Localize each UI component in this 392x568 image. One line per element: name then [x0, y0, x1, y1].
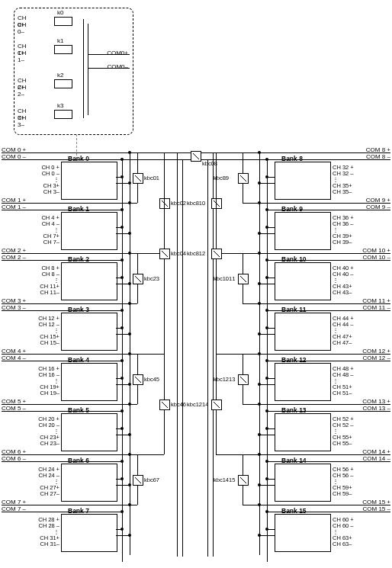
bank-title-r0: Bank 8 — [281, 155, 303, 162]
bank-title-1: Bank 1 — [68, 205, 89, 213]
relay-wire — [130, 152, 164, 153]
bank-7: Bank 7 — [61, 514, 117, 552]
dot — [120, 309, 124, 312]
relay-l-lbl0: kbc01 — [144, 175, 159, 181]
relay-l0 — [133, 173, 143, 184]
relay-kbc08 — [191, 151, 201, 162]
dot — [120, 326, 124, 329]
rail — [130, 152, 130, 203]
wire — [259, 435, 275, 435]
bank-title-r4: Bank 12 — [281, 356, 307, 364]
dot — [120, 208, 124, 211]
com-pos-l5: COM 5 + — [2, 398, 26, 405]
com-neg-l4: COM 4 – — [2, 355, 26, 361]
relay-r5 — [211, 400, 222, 410]
relay-wire — [243, 454, 259, 455]
det-k0-label: k0 — [57, 9, 63, 16]
det-com0-pos: COM0+ — [107, 50, 128, 56]
bank-title-4: Bank 4 — [68, 356, 89, 364]
relay-wire — [130, 203, 137, 204]
relay-wire — [130, 303, 137, 304]
dot — [258, 232, 261, 235]
com-neg-r0: COM 8 – — [366, 153, 390, 160]
com-neg-r3: COM 11 – — [363, 304, 390, 311]
ch-l4: CH 16 + CH 16 – ⋮ CH 19+ CH 19– — [35, 366, 59, 396]
relay-wire — [130, 354, 164, 355]
ch-l6: CH 24 + CH 24 – ⋮ CH 27+ CH 27– — [35, 467, 59, 497]
relay-kbc08-label: kbc08 — [202, 160, 217, 167]
det-k0-switch — [54, 17, 72, 26]
relay-l6 — [133, 475, 143, 486]
dot — [265, 276, 268, 279]
relay-r3 — [211, 249, 222, 259]
ch-r5: CH 52 + CH 52 – ⋮ CH 55+ CH 55– — [333, 416, 363, 447]
ch-l7: CH 28 + CH 28 – ⋮ CH 31+ CH 31– — [35, 517, 59, 547]
rail — [130, 203, 130, 253]
dot — [120, 226, 124, 229]
relay-wire — [243, 203, 259, 204]
relay-l4 — [133, 374, 143, 385]
relay-r-lbl5: kbc1214 — [187, 401, 208, 408]
dot — [265, 326, 268, 329]
rail — [130, 303, 130, 354]
bank-1: Bank 1 — [61, 212, 117, 250]
bank-r6: Bank 14 — [275, 464, 331, 502]
bank-r0: Bank 8 — [275, 162, 331, 200]
com-neg-l1: COM 1 – — [2, 204, 26, 210]
det-ch1-neg: CH 1– — [18, 50, 27, 63]
relay-l3 — [159, 249, 170, 259]
dot — [128, 232, 131, 235]
bus-right-v2 — [213, 152, 214, 557]
bank-title-r6: Bank 14 — [281, 457, 307, 464]
dot — [128, 534, 131, 537]
rail — [259, 303, 260, 354]
wire — [259, 233, 275, 234]
relay-r4 — [238, 374, 249, 385]
detail-callout: CH 0+ CH 0– k0 CH 1+ CH 1– k1 CH 2+ CH 2… — [14, 8, 133, 135]
relay-wire — [130, 253, 137, 254]
rail — [122, 512, 123, 562]
dot — [265, 477, 268, 480]
com-neg-l7: COM 7 – — [2, 505, 26, 512]
bank-title-6: Bank 6 — [68, 457, 89, 464]
dot — [265, 409, 268, 412]
bank-title-r5: Bank 13 — [281, 406, 307, 414]
dot — [120, 377, 124, 380]
dot — [120, 460, 124, 463]
com-neg-r1: COM 9 – — [366, 204, 390, 210]
ch-r1: CH 36 + CH 36 – ⋮ CH 39+ CH 39– — [333, 215, 363, 245]
dot — [258, 383, 261, 386]
relay-r-lbl2: kbc1011 — [214, 275, 235, 282]
relay-l2 — [133, 274, 143, 284]
bus-right-v1 — [207, 159, 208, 557]
ch-l1: CH 4 + CH 4 – ⋮ CH 7+ CH 7– — [35, 215, 59, 245]
bank-title-r2: Bank 10 — [281, 255, 307, 263]
relay-r-lbl1: kbc810 — [187, 200, 205, 207]
rail — [130, 454, 130, 505]
dot — [265, 528, 268, 531]
relay-l-lbl4: kbc45 — [144, 376, 159, 383]
com-pos-l2: COM 2 + — [2, 247, 26, 254]
bank-title-r7: Bank 15 — [281, 507, 307, 515]
relay-wire — [243, 303, 259, 304]
rail — [267, 512, 268, 562]
dot — [120, 528, 124, 531]
det-k2-label: k2 — [57, 72, 63, 79]
bank-r4: Bank 12 — [275, 363, 331, 401]
ch-l5: CH 20 + CH 20 – ⋮ CH 23+ CH 23– — [35, 416, 59, 447]
com-pos-l7: COM 7 + — [2, 499, 26, 505]
com-neg-l6: COM 6 – — [2, 455, 26, 462]
rail — [130, 354, 130, 404]
det-k3-label: k3 — [57, 102, 63, 109]
dot — [265, 158, 268, 161]
relay-r2 — [238, 274, 249, 284]
wire — [259, 334, 275, 335]
dot — [120, 359, 124, 362]
rail — [259, 253, 260, 303]
bank-title-7: Bank 7 — [68, 507, 89, 515]
com-pos-l3: COM 3 + — [2, 297, 26, 304]
bank-5: Bank 5 — [61, 413, 117, 451]
dot — [265, 208, 268, 211]
com-neg-l0: COM 0 – — [2, 153, 26, 160]
bank-6: Bank 6 — [61, 464, 117, 502]
